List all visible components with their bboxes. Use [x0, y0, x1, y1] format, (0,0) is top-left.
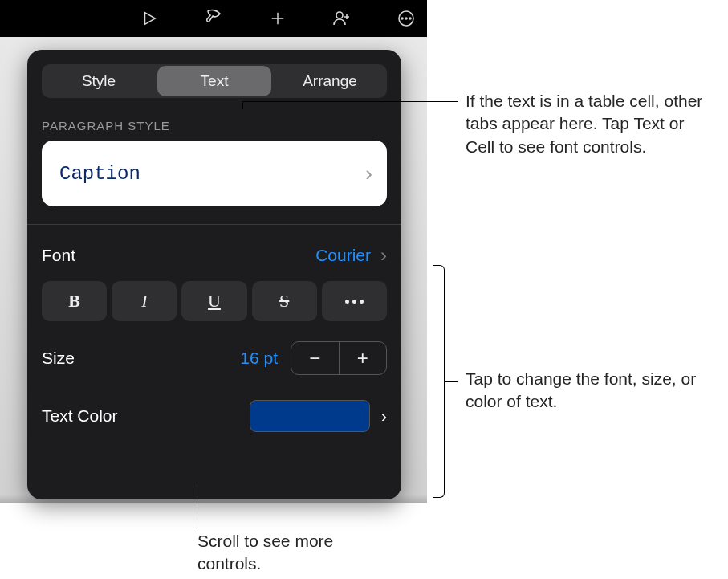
tab-text[interactable]: Text [157, 66, 271, 96]
callout-tick [242, 101, 243, 109]
more-text-options-button[interactable] [322, 281, 387, 321]
text-color-swatch[interactable] [250, 400, 370, 432]
strikethrough-button[interactable]: S [252, 281, 317, 321]
size-stepper: − + [291, 341, 387, 375]
format-popover: Style Text Arrange PARAGRAPH STYLE Capti… [27, 50, 401, 499]
format-tabs: Style Text Arrange [42, 64, 387, 98]
chevron-right-icon: › [381, 406, 387, 426]
svg-point-4 [409, 18, 411, 19]
chevron-right-icon: › [380, 244, 387, 267]
font-row[interactable]: Font Courier › [42, 234, 387, 276]
callout-tick [197, 487, 197, 528]
callout-tabs: If the text is in a table cell, other ta… [466, 90, 706, 158]
text-color-label: Text Color [42, 406, 118, 426]
font-label: Font [42, 246, 75, 265]
format-brush-icon[interactable] [201, 6, 226, 31]
play-icon[interactable] [136, 6, 162, 31]
add-people-icon[interactable] [329, 6, 355, 31]
size-increase-button[interactable]: + [340, 342, 387, 374]
paragraph-style-heading: PARAGRAPH STYLE [42, 119, 387, 133]
size-decrease-button[interactable]: − [291, 342, 340, 374]
svg-point-0 [336, 12, 343, 18]
chevron-right-icon: › [365, 161, 372, 186]
callout-bracket [433, 265, 445, 498]
size-row: Size 16 pt − + [42, 337, 387, 379]
callout-body: Tap to change the font, size, or color o… [466, 368, 714, 414]
typeface-style-bar: B I U S [42, 281, 387, 321]
paragraph-style-row[interactable]: Caption › [42, 141, 387, 206]
svg-point-3 [405, 18, 407, 19]
plus-icon[interactable] [265, 6, 291, 31]
text-color-row[interactable]: Text Color › [42, 395, 387, 437]
italic-button[interactable]: I [112, 281, 177, 321]
popover-caret [214, 50, 231, 51]
tab-arrange[interactable]: Arrange [273, 64, 387, 98]
more-icon[interactable] [393, 6, 419, 31]
svg-point-2 [401, 18, 403, 19]
callout-scroll: Scroll to see more controls. [197, 530, 358, 576]
paragraph-style-value: Caption [59, 163, 140, 185]
underline-button[interactable]: U [181, 281, 246, 321]
font-value: Courier [315, 246, 371, 265]
app-toolbar [0, 0, 427, 37]
callout-lead [242, 101, 458, 102]
tab-style[interactable]: Style [42, 64, 156, 98]
divider [27, 224, 401, 225]
bold-button[interactable]: B [42, 281, 107, 321]
size-value: 16 pt [240, 349, 278, 368]
size-label: Size [42, 349, 75, 368]
